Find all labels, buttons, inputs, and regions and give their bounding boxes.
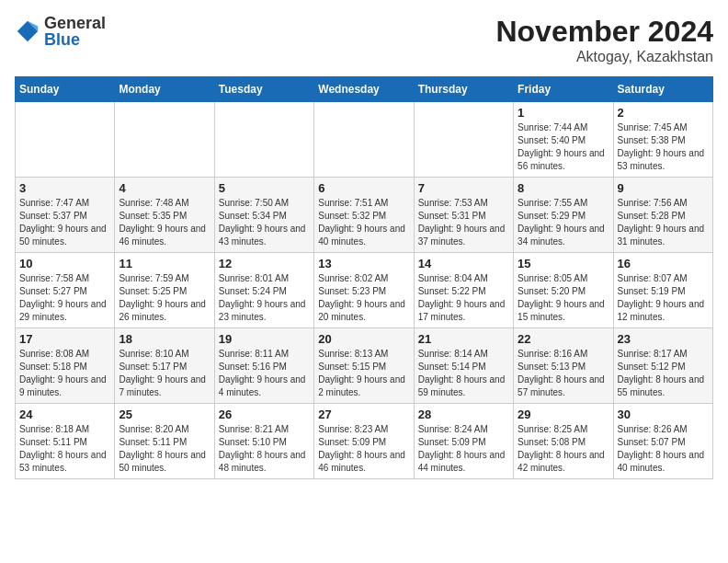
day-info: Sunrise: 7:50 AM Sunset: 5:34 PM Dayligh…	[219, 197, 310, 248]
day-info: Sunrise: 8:04 AM Sunset: 5:22 PM Dayligh…	[418, 272, 509, 324]
day-cell: 5Sunrise: 7:50 AM Sunset: 5:34 PM Daylig…	[214, 178, 313, 253]
day-cell: 25Sunrise: 8:20 AM Sunset: 5:11 PM Dayli…	[115, 404, 214, 479]
day-cell: 26Sunrise: 8:21 AM Sunset: 5:10 PM Dayli…	[214, 404, 313, 479]
header-row: SundayMondayTuesdayWednesdayThursdayFrid…	[16, 77, 713, 102]
page-header: General Blue November 2024 Aktogay, Kaza…	[15, 15, 713, 65]
day-cell: 11Sunrise: 7:59 AM Sunset: 5:25 PM Dayli…	[115, 253, 214, 328]
day-info: Sunrise: 8:02 AM Sunset: 5:23 PM Dayligh…	[318, 272, 409, 324]
day-cell: 3Sunrise: 7:47 AM Sunset: 5:37 PM Daylig…	[16, 178, 115, 253]
day-number: 14	[418, 257, 509, 270]
day-cell: 13Sunrise: 8:02 AM Sunset: 5:23 PM Dayli…	[314, 253, 414, 328]
day-number: 13	[318, 257, 409, 270]
day-info: Sunrise: 8:21 AM Sunset: 5:10 PM Dayligh…	[219, 423, 310, 475]
week-row-2: 10Sunrise: 7:58 AM Sunset: 5:27 PM Dayli…	[16, 253, 713, 328]
day-number: 21	[418, 332, 509, 346]
logo-blue: Blue	[44, 31, 106, 48]
day-number: 20	[318, 332, 409, 346]
day-number: 6	[318, 181, 409, 195]
day-cell: 28Sunrise: 8:24 AM Sunset: 5:09 PM Dayli…	[414, 404, 513, 479]
week-row-3: 17Sunrise: 8:08 AM Sunset: 5:18 PM Dayli…	[16, 328, 713, 404]
day-cell: 19Sunrise: 8:11 AM Sunset: 5:16 PM Dayli…	[214, 328, 313, 404]
day-info: Sunrise: 8:17 AM Sunset: 5:12 PM Dayligh…	[618, 348, 709, 399]
logo: General Blue	[15, 15, 106, 48]
svg-marker-0	[17, 21, 38, 41]
day-info: Sunrise: 8:08 AM Sunset: 5:18 PM Dayligh…	[19, 348, 110, 399]
day-cell	[16, 102, 115, 178]
day-cell: 18Sunrise: 8:10 AM Sunset: 5:17 PM Dayli…	[115, 328, 214, 404]
day-info: Sunrise: 8:11 AM Sunset: 5:16 PM Dayligh…	[219, 348, 310, 399]
day-info: Sunrise: 7:48 AM Sunset: 5:35 PM Dayligh…	[119, 197, 210, 248]
day-cell: 27Sunrise: 8:23 AM Sunset: 5:09 PM Dayli…	[314, 404, 414, 479]
logo-icon	[15, 18, 40, 44]
day-number: 30	[618, 408, 709, 421]
day-info: Sunrise: 8:23 AM Sunset: 5:09 PM Dayligh…	[318, 423, 409, 475]
day-number: 1	[518, 106, 609, 120]
day-cell: 20Sunrise: 8:13 AM Sunset: 5:15 PM Dayli…	[314, 328, 414, 404]
day-info: Sunrise: 8:26 AM Sunset: 5:07 PM Dayligh…	[618, 423, 709, 475]
day-info: Sunrise: 7:55 AM Sunset: 5:29 PM Dayligh…	[518, 197, 609, 248]
day-info: Sunrise: 7:56 AM Sunset: 5:28 PM Dayligh…	[618, 197, 709, 248]
day-info: Sunrise: 8:14 AM Sunset: 5:14 PM Dayligh…	[418, 348, 509, 399]
day-number: 11	[119, 257, 210, 270]
day-cell: 4Sunrise: 7:48 AM Sunset: 5:35 PM Daylig…	[115, 178, 214, 253]
day-info: Sunrise: 7:47 AM Sunset: 5:37 PM Dayligh…	[19, 197, 110, 248]
day-number: 22	[518, 332, 609, 346]
day-number: 9	[618, 181, 709, 195]
day-cell	[115, 102, 214, 178]
day-number: 23	[618, 332, 709, 346]
day-number: 19	[219, 332, 310, 346]
day-number: 16	[618, 257, 709, 270]
day-cell: 10Sunrise: 7:58 AM Sunset: 5:27 PM Dayli…	[16, 253, 115, 328]
header-sunday: Sunday	[16, 77, 115, 102]
week-row-4: 24Sunrise: 8:18 AM Sunset: 5:11 PM Dayli…	[16, 404, 713, 479]
header-monday: Monday	[115, 77, 214, 102]
day-number: 4	[119, 181, 210, 195]
day-info: Sunrise: 8:13 AM Sunset: 5:15 PM Dayligh…	[318, 348, 409, 399]
day-cell: 16Sunrise: 8:07 AM Sunset: 5:19 PM Dayli…	[613, 253, 712, 328]
day-cell: 12Sunrise: 8:01 AM Sunset: 5:24 PM Dayli…	[214, 253, 313, 328]
day-info: Sunrise: 8:07 AM Sunset: 5:19 PM Dayligh…	[618, 272, 709, 324]
day-cell: 6Sunrise: 7:51 AM Sunset: 5:32 PM Daylig…	[314, 178, 414, 253]
day-number: 3	[19, 181, 110, 195]
header-tuesday: Tuesday	[214, 77, 313, 102]
calendar-header: SundayMondayTuesdayWednesdayThursdayFrid…	[16, 77, 713, 102]
day-cell: 14Sunrise: 8:04 AM Sunset: 5:22 PM Dayli…	[414, 253, 513, 328]
day-cell: 29Sunrise: 8:25 AM Sunset: 5:08 PM Dayli…	[514, 404, 613, 479]
page-subtitle: Aktogay, Kazakhstan	[495, 49, 713, 65]
header-thursday: Thursday	[414, 77, 513, 102]
day-number: 24	[19, 408, 110, 421]
day-cell: 1Sunrise: 7:44 AM Sunset: 5:40 PM Daylig…	[514, 102, 613, 178]
day-cell: 22Sunrise: 8:16 AM Sunset: 5:13 PM Dayli…	[514, 328, 613, 404]
day-info: Sunrise: 8:25 AM Sunset: 5:08 PM Dayligh…	[518, 423, 609, 475]
day-info: Sunrise: 8:10 AM Sunset: 5:17 PM Dayligh…	[119, 348, 210, 399]
day-cell	[414, 102, 513, 178]
day-info: Sunrise: 8:24 AM Sunset: 5:09 PM Dayligh…	[418, 423, 509, 475]
calendar-table: SundayMondayTuesdayWednesdayThursdayFrid…	[15, 76, 713, 479]
week-row-0: 1Sunrise: 7:44 AM Sunset: 5:40 PM Daylig…	[16, 102, 713, 178]
day-cell: 24Sunrise: 8:18 AM Sunset: 5:11 PM Dayli…	[16, 404, 115, 479]
day-number: 8	[518, 181, 609, 195]
day-number: 2	[618, 106, 709, 120]
day-number: 7	[418, 181, 509, 195]
day-info: Sunrise: 7:59 AM Sunset: 5:25 PM Dayligh…	[119, 272, 210, 324]
day-cell	[314, 102, 414, 178]
day-number: 27	[318, 408, 409, 421]
day-number: 5	[219, 181, 310, 195]
day-number: 29	[518, 408, 609, 421]
header-saturday: Saturday	[613, 77, 712, 102]
day-number: 17	[19, 332, 110, 346]
day-number: 10	[19, 257, 110, 270]
header-wednesday: Wednesday	[314, 77, 414, 102]
page-title: November 2024	[495, 15, 713, 49]
day-info: Sunrise: 7:53 AM Sunset: 5:31 PM Dayligh…	[418, 197, 509, 248]
day-info: Sunrise: 8:01 AM Sunset: 5:24 PM Dayligh…	[219, 272, 310, 324]
day-cell: 8Sunrise: 7:55 AM Sunset: 5:29 PM Daylig…	[514, 178, 613, 253]
day-cell: 17Sunrise: 8:08 AM Sunset: 5:18 PM Dayli…	[16, 328, 115, 404]
day-cell: 9Sunrise: 7:56 AM Sunset: 5:28 PM Daylig…	[613, 178, 712, 253]
day-number: 28	[418, 408, 509, 421]
calendar-body: 1Sunrise: 7:44 AM Sunset: 5:40 PM Daylig…	[16, 102, 713, 479]
day-number: 26	[219, 408, 310, 421]
day-cell: 7Sunrise: 7:53 AM Sunset: 5:31 PM Daylig…	[414, 178, 513, 253]
day-cell: 21Sunrise: 8:14 AM Sunset: 5:14 PM Dayli…	[414, 328, 513, 404]
day-number: 18	[119, 332, 210, 346]
